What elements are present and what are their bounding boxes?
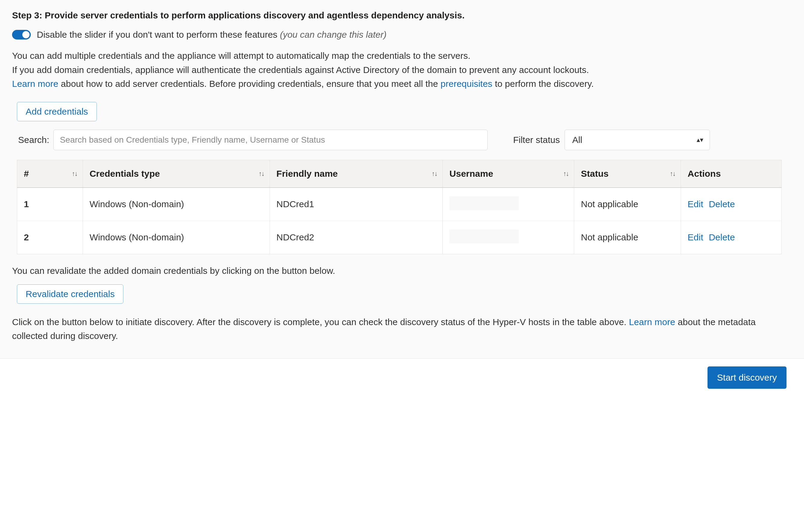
revalidate-description: You can revalidate the added domain cred… xyxy=(12,266,792,276)
cell-number: 2 xyxy=(17,221,83,254)
col-header-status-label: Status xyxy=(581,169,609,178)
delete-link[interactable]: Delete xyxy=(709,232,735,242)
sort-icon: ↑↓ xyxy=(563,170,569,178)
learn-more-link[interactable]: Learn more xyxy=(12,79,58,89)
filter-select-wrap: All ▴▾ xyxy=(564,130,710,150)
prerequisites-link[interactable]: prerequisites xyxy=(441,79,493,89)
cell-actions: Edit Delete xyxy=(681,188,782,221)
learn-more-metadata-link[interactable]: Learn more xyxy=(629,317,675,327)
cell-friendly-name: NDCred1 xyxy=(270,188,443,221)
search-label: Search: xyxy=(18,135,49,145)
table-header-row: #↑↓ Credentials type↑↓ Friendly name↑↓ U… xyxy=(17,160,782,188)
add-credentials-button[interactable]: Add credentials xyxy=(17,102,97,121)
username-redacted xyxy=(449,196,519,210)
cell-username xyxy=(443,221,574,254)
feature-toggle-row: Disable the slider if you don't want to … xyxy=(12,30,792,40)
step3-panel: Step 3: Provide server credentials to pe… xyxy=(0,0,804,359)
col-header-actions-label: Actions xyxy=(688,169,721,178)
sort-icon: ↑↓ xyxy=(670,170,675,178)
col-header-fname-label: Friendly name xyxy=(276,169,338,178)
cell-friendly-name: NDCred2 xyxy=(270,221,443,254)
col-header-status[interactable]: Status↑↓ xyxy=(574,160,681,188)
footer-bar: Start discovery xyxy=(0,359,804,397)
cell-type: Windows (Non-domain) xyxy=(83,188,270,221)
edit-link[interactable]: Edit xyxy=(688,199,703,209)
sort-icon: ↑↓ xyxy=(432,170,437,178)
col-header-actions: Actions xyxy=(681,160,782,188)
col-header-type-label: Credentials type xyxy=(90,169,160,178)
desc-line3-end: to perform the discovery. xyxy=(493,79,594,89)
toggle-thumb xyxy=(22,31,30,38)
desc-line3-mid: about how to add server credentials. Bef… xyxy=(58,79,440,89)
username-redacted xyxy=(449,229,519,243)
credentials-table: #↑↓ Credentials type↑↓ Friendly name↑↓ U… xyxy=(17,160,782,254)
feature-toggle[interactable] xyxy=(12,30,31,39)
filter-status-select[interactable]: All xyxy=(564,130,710,150)
edit-link[interactable]: Edit xyxy=(688,232,703,242)
col-header-type[interactable]: Credentials type↑↓ xyxy=(83,160,270,188)
final-text-1: Click on the button below to initiate di… xyxy=(12,317,629,327)
col-header-username[interactable]: Username↑↓ xyxy=(443,160,574,188)
cell-status: Not applicable xyxy=(574,221,681,254)
cell-number: 1 xyxy=(17,188,83,221)
table-row: 1 Windows (Non-domain) NDCred1 Not appli… xyxy=(17,188,782,221)
revalidate-button-wrap: Revalidate credentials xyxy=(17,284,792,304)
credentials-description: You can add multiple credentials and the… xyxy=(12,49,792,91)
toggle-label-italic: (you can change this later) xyxy=(280,30,387,39)
search-filter-row: Search: Filter status All ▴▾ xyxy=(18,130,792,150)
cell-status: Not applicable xyxy=(574,188,681,221)
filter-status-label: Filter status xyxy=(513,135,560,145)
initiate-discovery-description: Click on the button below to initiate di… xyxy=(12,315,792,343)
cell-username xyxy=(443,188,574,221)
desc-line1: You can add multiple credentials and the… xyxy=(12,49,792,63)
sort-icon: ↑↓ xyxy=(259,170,264,178)
controls-section: Add credentials Search: Filter status Al… xyxy=(17,102,792,254)
revalidate-credentials-button[interactable]: Revalidate credentials xyxy=(17,284,123,304)
toggle-label-text: Disable the slider if you don't want to … xyxy=(37,30,280,39)
col-header-user-label: Username xyxy=(449,169,493,178)
desc-line2: If you add domain credentials, appliance… xyxy=(12,63,792,77)
search-input[interactable] xyxy=(53,130,487,150)
desc-line3: Learn more about how to add server crede… xyxy=(12,77,792,91)
cell-actions: Edit Delete xyxy=(681,221,782,254)
cell-type: Windows (Non-domain) xyxy=(83,221,270,254)
col-header-number[interactable]: #↑↓ xyxy=(17,160,83,188)
col-header-number-label: # xyxy=(24,169,29,178)
step-title: Step 3: Provide server credentials to pe… xyxy=(12,10,792,20)
delete-link[interactable]: Delete xyxy=(709,199,735,209)
sort-icon: ↑↓ xyxy=(72,170,77,178)
table-row: 2 Windows (Non-domain) NDCred2 Not appli… xyxy=(17,221,782,254)
feature-toggle-label: Disable the slider if you don't want to … xyxy=(37,30,387,40)
start-discovery-button[interactable]: Start discovery xyxy=(708,366,786,389)
col-header-friendly-name[interactable]: Friendly name↑↓ xyxy=(270,160,443,188)
